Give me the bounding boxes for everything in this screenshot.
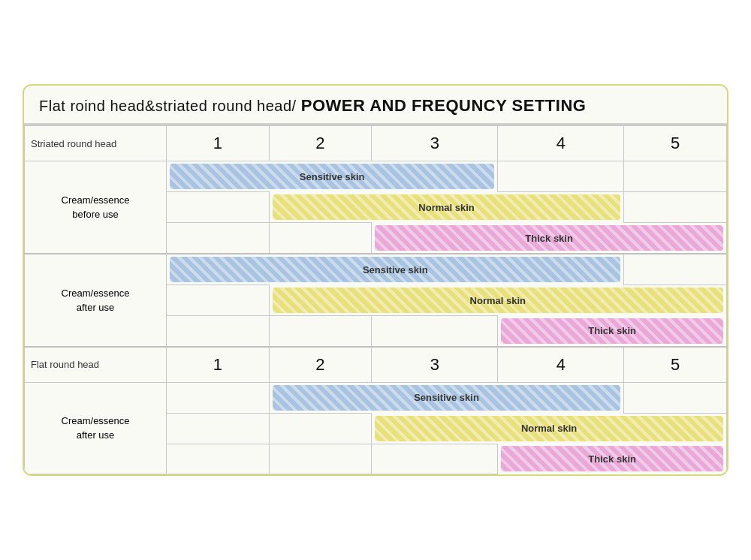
empty9 [167, 316, 270, 347]
after-use-label: Cream/essenceafter use [25, 254, 167, 347]
striated-header-row: Striated round head 1 2 3 4 5 [25, 125, 727, 161]
empty2 [624, 161, 727, 192]
flat-header-row: Flat round head 1 2 3 4 5 [25, 347, 727, 383]
main-container: Flat roind head&striated round head/ POW… [23, 84, 728, 476]
empty10 [269, 316, 372, 347]
empty4 [624, 192, 727, 223]
flat-normal-band-cell: Normal skin [372, 413, 727, 444]
after-thick-band-cell: Thick skin [498, 316, 727, 347]
flat-col-4-header: 4 [498, 347, 624, 383]
striated-head-label: Striated round head [25, 125, 167, 161]
title-row: Flat roind head&striated round head/ POW… [24, 86, 727, 125]
before-thick-band: Thick skin [375, 225, 723, 251]
empty11 [372, 316, 498, 347]
before-normal-band-cell: Normal skin [269, 192, 624, 223]
empty3 [167, 192, 270, 223]
settings-table: Striated round head 1 2 3 4 5 Cream/esse… [24, 125, 727, 474]
col-4-header: 4 [498, 125, 624, 161]
flat-sensitive-band: Sensitive skin [273, 385, 621, 411]
flat-sensitive-row: Cream/essenceafter use Sensitive skin [25, 382, 727, 413]
col-1-header: 1 [167, 125, 270, 161]
empty7 [624, 254, 727, 285]
before-sensitive-row: Cream/essencebefore use Sensitive skin [25, 161, 727, 192]
empty6 [269, 223, 372, 254]
flat-col-5-header: 5 [624, 347, 727, 383]
after-sensitive-row: Cream/essenceafter use Sensitive skin [25, 254, 727, 285]
empty16 [167, 444, 270, 474]
flat-after-use-label: Cream/essenceafter use [25, 382, 167, 474]
before-use-label: Cream/essencebefore use [25, 161, 167, 254]
after-thick-band: Thick skin [501, 318, 723, 344]
col-2-header: 2 [269, 125, 372, 161]
after-sensitive-band: Sensitive skin [170, 257, 620, 282]
title-bold: POWER AND FREQUNCY SETTING [301, 96, 587, 115]
col-3-header: 3 [372, 125, 498, 161]
empty1 [498, 161, 624, 192]
after-normal-band: Normal skin [273, 288, 723, 313]
after-normal-band-cell: Normal skin [269, 285, 726, 316]
after-sensitive-band-cell: Sensitive skin [167, 254, 624, 285]
flat-col-1-header: 1 [167, 347, 270, 383]
flat-thick-band-cell: Thick skin [498, 444, 727, 474]
empty15 [269, 413, 372, 444]
before-thick-band-cell: Thick skin [372, 223, 727, 254]
flat-normal-band: Normal skin [375, 416, 723, 441]
flat-thick-band: Thick skin [501, 446, 723, 471]
flat-head-label: Flat round head [25, 347, 167, 383]
before-normal-band: Normal skin [273, 194, 621, 220]
flat-sensitive-band-cell: Sensitive skin [269, 382, 624, 413]
col-5-header: 5 [624, 125, 727, 161]
empty12 [167, 382, 270, 413]
title-prefix: Flat roind head&striated round head/ [39, 98, 301, 114]
empty17 [269, 444, 372, 474]
before-sensitive-band: Sensitive skin [170, 164, 494, 189]
empty14 [167, 413, 270, 444]
empty5 [167, 223, 270, 254]
empty18 [372, 444, 498, 474]
flat-col-2-header: 2 [269, 347, 372, 383]
flat-col-3-header: 3 [372, 347, 498, 383]
empty13 [624, 382, 727, 413]
before-sensitive-band-cell: Sensitive skin [167, 161, 498, 192]
empty8 [167, 285, 270, 316]
